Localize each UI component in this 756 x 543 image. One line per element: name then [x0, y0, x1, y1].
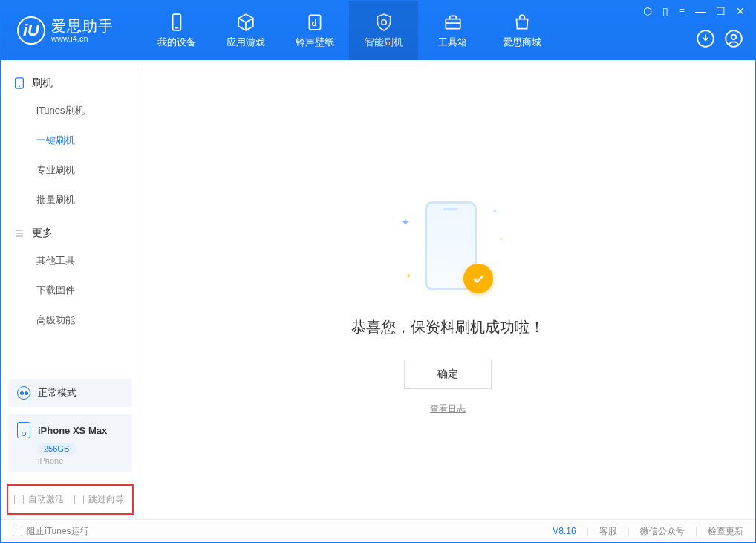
toolbox-icon: [443, 13, 463, 32]
check-badge-icon: [463, 264, 493, 293]
version-label: V8.16: [553, 526, 576, 536]
sidebar-section-more: 更多: [1, 221, 140, 246]
checkbox-label: 自动激活: [28, 493, 64, 506]
nav-tab-apps[interactable]: 应用游戏: [211, 1, 280, 60]
checkbox-icon: [13, 527, 22, 536]
nav-tab-ringtone[interactable]: 铃声壁纸: [280, 1, 349, 60]
bag-icon: [512, 13, 532, 32]
section-label: 更多: [32, 227, 53, 240]
logo-icon: iU: [17, 16, 45, 45]
window-controls: ⬡ ▯ ≡ ― ☐ ✕: [643, 5, 745, 17]
maximize-button[interactable]: ☐: [716, 5, 726, 17]
shirt-icon[interactable]: ⬡: [643, 5, 652, 17]
svg-point-6: [731, 35, 737, 40]
nav-tab-label: 应用游戏: [227, 36, 265, 49]
download-circle-icon[interactable]: [696, 29, 715, 48]
app-logo: iU 爱思助手 www.i4.cn: [1, 16, 142, 45]
section-label: 刷机: [32, 77, 53, 90]
app-subtitle: www.i4.cn: [51, 34, 114, 43]
sidebar: 刷机 iTunes刷机 一键刷机 专业刷机 批量刷机 更多 其他工具 下载固件 …: [1, 60, 140, 519]
checkbox-skip-wizard[interactable]: 跳过向导: [74, 493, 124, 506]
nav-tab-flash[interactable]: 智能刷机: [349, 1, 418, 60]
checkbox-auto-activate[interactable]: 自动激活: [14, 493, 64, 506]
nav-tabs: 我的设备 应用游戏 铃声壁纸 智能刷机 工具箱 爱思商城: [142, 1, 556, 60]
svg-point-5: [726, 30, 742, 47]
check-update-link[interactable]: 检查更新: [708, 525, 743, 538]
app-title: 爱思助手: [51, 18, 114, 34]
sidebar-item-other-tools[interactable]: 其他工具: [1, 246, 140, 276]
nav-tab-store[interactable]: 爱思商城: [487, 1, 556, 60]
device-name: iPhone XS Max: [38, 425, 107, 436]
mode-label: 正常模式: [38, 386, 76, 400]
device-mode[interactable]: 正常模式: [8, 379, 132, 407]
checkbox-label: 阻止iTunes运行: [27, 525, 89, 538]
menu-lines-icon: [14, 227, 25, 239]
app-header: iU 爱思助手 www.i4.cn 我的设备 应用游戏 铃声壁纸 智能刷机 工具…: [1, 1, 755, 60]
device-card[interactable]: iPhone XS Max 256GB iPhone: [8, 414, 132, 472]
sidebar-item-oneclick-flash[interactable]: 一键刷机: [1, 126, 140, 155]
success-message: 恭喜您，保资料刷机成功啦！: [351, 317, 544, 337]
nav-tab-label: 我的设备: [157, 36, 196, 49]
phone-icon: [17, 422, 30, 438]
support-link[interactable]: 客服: [599, 525, 617, 538]
checkbox-block-itunes[interactable]: 阻止iTunes运行: [13, 525, 89, 538]
sidebar-item-advanced[interactable]: 高级功能: [1, 305, 140, 335]
success-illustration: ✦ ✦ ✦ •: [407, 201, 489, 298]
bottom-options-highlighted: 自动激活 跳过向导: [7, 484, 134, 515]
music-file-icon: [305, 13, 325, 32]
nav-tab-label: 智能刷机: [365, 36, 403, 49]
nav-tab-tools[interactable]: 工具箱: [418, 1, 487, 60]
mode-icon: [17, 386, 30, 400]
svg-point-8: [19, 86, 20, 88]
view-log-link[interactable]: 查看日志: [430, 403, 466, 415]
checkbox-label: 跳过向导: [88, 493, 124, 506]
phone-outline-icon: [14, 77, 25, 89]
svg-rect-3: [446, 19, 460, 28]
cube-icon: [236, 13, 255, 32]
device-type: iPhone: [38, 456, 123, 465]
nav-tab-label: 铃声壁纸: [296, 36, 334, 49]
user-circle-icon[interactable]: [724, 29, 743, 48]
shield-refresh-icon: [374, 13, 394, 32]
nav-tab-label: 爱思商城: [503, 36, 541, 49]
sidebar-item-batch-flash[interactable]: 批量刷机: [1, 185, 140, 215]
device-capacity: 256GB: [36, 443, 76, 455]
checkbox-icon: [74, 495, 84, 504]
menu-icon[interactable]: ≡: [679, 5, 685, 17]
ok-button[interactable]: 确定: [404, 360, 492, 389]
device-icon: [167, 13, 186, 32]
close-button[interactable]: ✕: [736, 5, 745, 17]
sidebar-item-itunes-flash[interactable]: iTunes刷机: [1, 96, 140, 126]
nav-tab-label: 工具箱: [438, 36, 467, 49]
main-content: ✦ ✦ ✦ • 恭喜您，保资料刷机成功啦！ 确定 查看日志: [140, 60, 755, 519]
status-bar: 阻止iTunes运行 V8.16 | 客服 | 微信公众号 | 检查更新: [1, 519, 755, 542]
svg-rect-2: [309, 15, 320, 30]
wechat-link[interactable]: 微信公众号: [640, 525, 685, 538]
phone-mini-icon[interactable]: ▯: [662, 5, 668, 17]
sidebar-item-download-firmware[interactable]: 下载固件: [1, 276, 140, 305]
sidebar-section-flash: 刷机: [1, 71, 140, 96]
sidebar-item-pro-flash[interactable]: 专业刷机: [1, 155, 140, 185]
checkbox-icon: [14, 495, 24, 504]
minimize-button[interactable]: ―: [695, 5, 706, 17]
nav-tab-device[interactable]: 我的设备: [142, 1, 211, 60]
